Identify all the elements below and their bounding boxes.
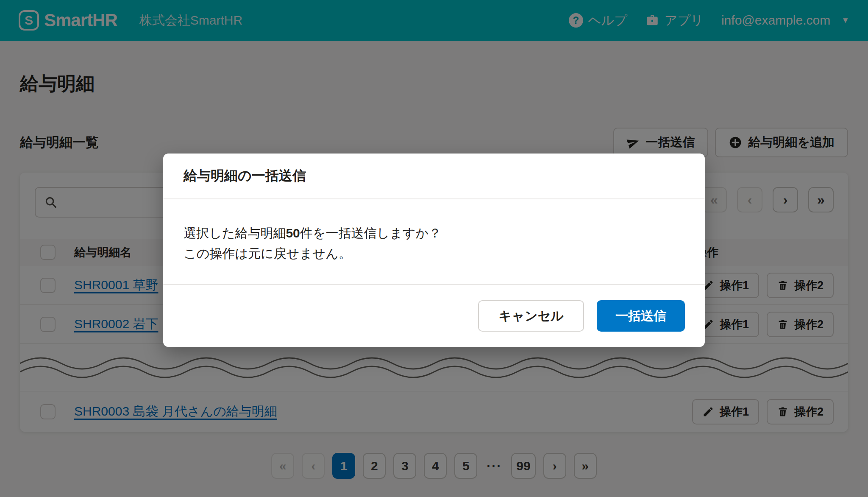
dialog-body: 選択した給与明細50件を一括送信しますか？ この操作は元に戻せません。 <box>163 199 705 284</box>
message-prefix: 選択した給与明細 <box>184 226 286 240</box>
message-suffix: 件を一括送信しますか？ <box>300 226 442 240</box>
dialog-footer: キャンセル 一括送信 <box>163 284 705 347</box>
screen: S SmartHR 株式会社SmartHR ? ヘルプ アプリ info@exa… <box>0 0 868 497</box>
dialog-title: 給与明細の一括送信 <box>163 154 705 199</box>
message-count: 50 <box>286 226 300 240</box>
cancel-button[interactable]: キャンセル <box>478 300 584 332</box>
dialog-message-line1: 選択した給与明細50件を一括送信しますか？ <box>184 223 684 243</box>
bulk-send-dialog: 給与明細の一括送信 選択した給与明細50件を一括送信しますか？ この操作は元に戻… <box>163 154 705 347</box>
dialog-message-line2: この操作は元に戻せません。 <box>184 243 684 264</box>
confirm-bulk-send-button[interactable]: 一括送信 <box>597 300 685 332</box>
